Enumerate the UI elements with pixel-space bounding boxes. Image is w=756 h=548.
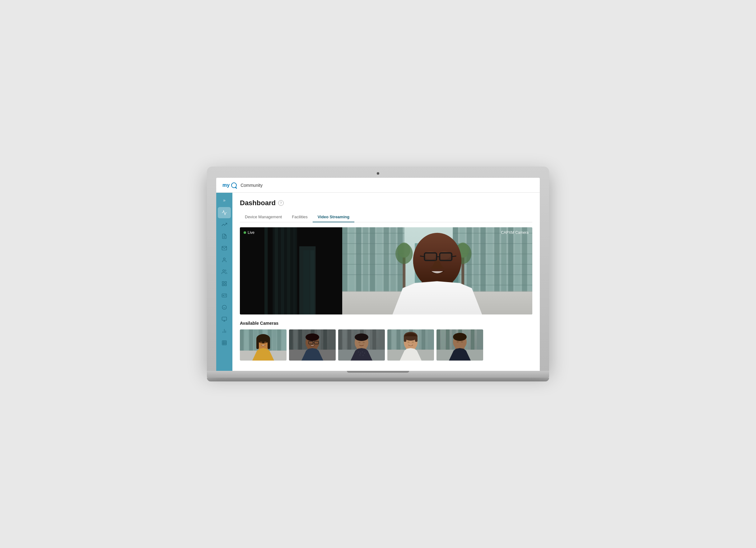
sidebar-collapse-button[interactable]: » xyxy=(221,195,228,205)
svg-rect-22 xyxy=(281,227,284,315)
grid-icon xyxy=(222,281,227,287)
cam1-svg xyxy=(240,330,287,361)
sidebar-item-devices[interactable] xyxy=(218,314,231,325)
svg-point-2 xyxy=(223,258,225,260)
svg-rect-36 xyxy=(384,227,389,292)
camera-thumbnail-3[interactable] xyxy=(338,330,385,361)
svg-rect-48 xyxy=(508,227,513,299)
svg-rect-161 xyxy=(415,336,418,342)
svg-rect-52 xyxy=(342,243,404,244)
svg-rect-85 xyxy=(425,253,436,260)
svg-point-140 xyxy=(358,352,359,353)
tabs-container: Device Management Facilities Video Strea… xyxy=(240,212,532,222)
live-badge: Live xyxy=(244,230,254,235)
logo-my-text: my xyxy=(222,182,230,188)
svg-rect-5 xyxy=(225,282,226,283)
svg-rect-168 xyxy=(446,330,450,350)
video-content xyxy=(240,227,532,315)
video-camera-name: CAPXM Camera xyxy=(501,230,529,235)
cam5-svg xyxy=(436,330,483,361)
sidebar-item-dashboard[interactable] xyxy=(218,207,231,218)
sidebar-item-messages[interactable] xyxy=(218,242,231,254)
sidebar-item-credentials[interactable] xyxy=(218,290,231,301)
logo-container: my Community xyxy=(222,182,263,188)
svg-rect-26 xyxy=(303,250,310,315)
svg-rect-103 xyxy=(256,338,259,349)
svg-rect-46 xyxy=(494,227,500,299)
sidebar-item-groups[interactable] xyxy=(218,266,231,278)
file-text-icon xyxy=(222,233,227,239)
svg-rect-19 xyxy=(264,227,268,315)
tab-video-streaming[interactable]: Video Streaming xyxy=(313,212,354,222)
svg-point-138 xyxy=(358,342,361,344)
svg-rect-110 xyxy=(294,330,297,350)
face-icon xyxy=(222,305,227,310)
svg-rect-54 xyxy=(342,264,404,264)
building-icon xyxy=(222,340,227,346)
cameras-section: Available Cameras xyxy=(240,320,532,361)
sidebar-item-users[interactable] xyxy=(218,254,231,265)
svg-rect-30 xyxy=(342,227,348,292)
mail-icon xyxy=(222,245,227,251)
tab-device-management[interactable]: Device Management xyxy=(240,212,287,222)
help-icon[interactable]: ? xyxy=(278,200,284,206)
sidebar-item-schedule[interactable] xyxy=(218,278,231,289)
cam4-svg xyxy=(387,330,434,361)
svg-rect-33 xyxy=(363,227,368,292)
monitor-icon xyxy=(222,316,227,322)
svg-rect-7 xyxy=(222,284,224,286)
svg-rect-23 xyxy=(287,227,290,315)
svg-rect-86 xyxy=(440,253,451,260)
svg-point-179 xyxy=(461,341,463,343)
sidebar: » xyxy=(216,193,232,371)
camera-thumbnail-4[interactable] xyxy=(387,330,434,361)
svg-rect-49 xyxy=(515,227,520,299)
app-header: my Community xyxy=(216,178,540,193)
live-dot xyxy=(244,231,246,234)
svg-rect-96 xyxy=(273,330,276,351)
sidebar-item-monitoring[interactable] xyxy=(218,219,231,230)
svg-rect-44 xyxy=(480,227,486,299)
svg-point-137 xyxy=(355,334,368,341)
svg-rect-59 xyxy=(453,264,532,264)
logo-q-icon xyxy=(231,182,237,188)
laptop-body: my Community » xyxy=(207,166,549,371)
svg-point-144 xyxy=(360,355,361,356)
svg-rect-115 xyxy=(323,330,327,350)
camera-thumbnail-2[interactable] xyxy=(289,330,336,361)
sidebar-item-face-recognition[interactable] xyxy=(218,302,231,313)
id-card-icon xyxy=(222,293,227,298)
sidebar-item-analytics[interactable] xyxy=(218,326,231,337)
logo-community-text: Community xyxy=(240,183,263,188)
svg-rect-6 xyxy=(225,284,226,286)
svg-rect-8 xyxy=(222,294,227,298)
camera-thumbnail-1[interactable] xyxy=(240,330,287,361)
sidebar-item-buildings[interactable] xyxy=(218,337,231,349)
video-left-panel xyxy=(240,227,342,315)
tab-facilities[interactable]: Facilities xyxy=(287,212,313,222)
svg-rect-132 xyxy=(372,330,376,350)
page-title: Dashboard xyxy=(240,199,276,207)
camera-thumbnail-5[interactable] xyxy=(436,330,483,361)
svg-rect-116 xyxy=(329,330,336,350)
cameras-section-title: Available Cameras xyxy=(240,321,532,326)
svg-point-145 xyxy=(363,355,364,356)
svg-point-141 xyxy=(360,353,361,354)
svg-rect-167 xyxy=(441,330,445,350)
svg-rect-51 xyxy=(342,233,404,233)
left-panel-svg xyxy=(240,227,342,315)
app-body: » xyxy=(216,193,540,371)
svg-point-120 xyxy=(306,334,319,341)
svg-rect-173 xyxy=(477,330,483,350)
sidebar-item-reports[interactable] xyxy=(218,231,231,242)
svg-rect-148 xyxy=(387,330,391,350)
activity-icon xyxy=(222,210,227,215)
svg-rect-98 xyxy=(282,330,287,351)
laptop-notch xyxy=(347,371,409,373)
bar-chart-icon xyxy=(222,328,227,334)
svg-rect-97 xyxy=(277,330,281,351)
svg-rect-160 xyxy=(404,336,406,342)
svg-rect-109 xyxy=(289,330,293,350)
svg-point-163 xyxy=(412,342,414,343)
svg-point-72 xyxy=(398,242,410,258)
